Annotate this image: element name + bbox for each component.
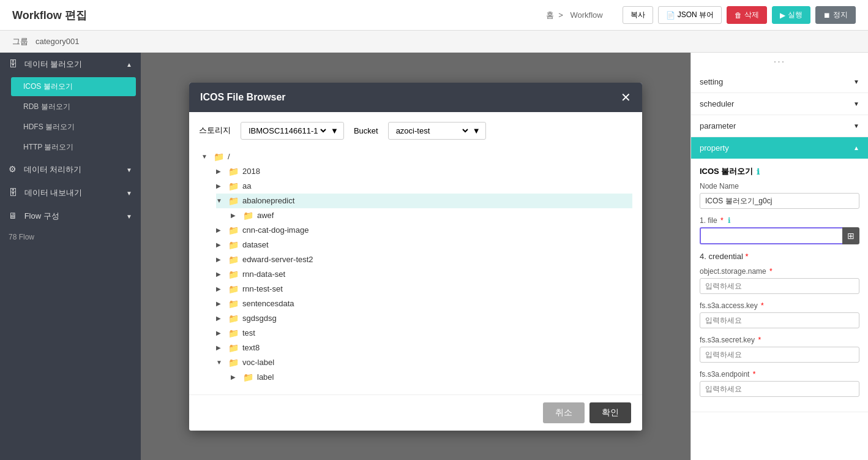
node-name-input[interactable]: [700, 193, 859, 209]
credential-required: *: [745, 252, 748, 261]
sidebar-item-hdfs-load[interactable]: HDFS 불러오기: [11, 118, 136, 137]
tree-item-root[interactable]: ▼ 📁 /: [201, 149, 632, 164]
tree-item-edward[interactable]: ▶ 📁 edward-server-test2: [216, 252, 632, 267]
bucket-select-wrapper[interactable]: azoci-test ▼: [388, 122, 486, 140]
tree-arrow-sgdsgdsg: ▶: [216, 315, 225, 322]
tree-item-rnn-data[interactable]: ▶ 📁 rnn-data-set: [216, 267, 632, 282]
breadcrumb-current: Workflow: [570, 10, 602, 20]
tree-arrow-rnn-test: ▶: [216, 285, 225, 292]
flow-icon: 🖥: [9, 211, 17, 221]
sidebar: 🗄 데이터 불러오기 ▲ ICOS 불러오기 RDB 불러오기 HDFS 불러오…: [0, 53, 141, 460]
tree-name-test: test: [242, 328, 255, 337]
fs-access-group: fs.s3a.access.key *: [700, 301, 859, 328]
file-label: 1. file * ℹ: [700, 216, 859, 225]
storage-selector-row: 스토리지 IBMOSC1146611-1 ▼ Bucket azoci-test: [199, 122, 632, 140]
modal-title: ICOS File Browser: [200, 92, 286, 103]
credential-title: 4. credential *: [700, 252, 859, 261]
tree-item-aa[interactable]: ▶ 📁 aa: [216, 179, 632, 194]
tree-folder-icon-sentences: 📁: [228, 299, 239, 309]
chevron-down-icon-process: ▼: [126, 167, 132, 173]
tree-name-sgdsgdsg: sgdsgdsg: [242, 314, 277, 323]
tree-folder-icon-label: 📁: [243, 372, 253, 382]
top-header: Workflow 편집 홈 > Workflow 복사 📄 JSON 뷰어 🗑 …: [0, 0, 868, 31]
tree-item-cnn[interactable]: ▶ 📁 cnn-cat-dog-image: [216, 223, 632, 238]
flow-count-label: 78 Flow: [9, 233, 34, 241]
tree-item-rnn-test[interactable]: ▶ 📁 rnn-test-set: [216, 282, 632, 296]
sidebar-item-rdb-load[interactable]: RDB 불러오기: [11, 97, 136, 116]
file-field-group: 1. file * ℹ ⊞: [700, 216, 859, 244]
tree-folder-icon-dataset: 📁: [228, 240, 239, 250]
tree-arrow-test: ▶: [216, 330, 225, 336]
breadcrumb-home[interactable]: 홈: [546, 10, 554, 20]
tree-name-cnn: cnn-cat-dog-image: [242, 225, 309, 235]
tree-item-abalonepredict[interactable]: ▼ 📁 abalonepredict: [216, 194, 632, 208]
chevron-down-icon-flow: ▼: [126, 213, 132, 220]
file-input[interactable]: [700, 227, 842, 244]
delete-button[interactable]: 🗑 삭제: [727, 6, 767, 24]
sidebar-section-data-process[interactable]: ⚙ 데이터 처리하기 ▼: [0, 158, 141, 181]
tree-item-label[interactable]: ▶ 📁 label: [231, 370, 632, 385]
panel-section-setting-header[interactable]: setting ▼: [691, 71, 868, 92]
sidebar-section-data-load[interactable]: 🗄 데이터 불러오기 ▲: [0, 53, 141, 76]
panel-section-property: property ▲ ICOS 불러오기 ℹ Node Name 1. file…: [691, 137, 868, 412]
tree-item-2018[interactable]: ▶ 📁 2018: [216, 164, 632, 179]
json-view-button[interactable]: 📄 JSON 뷰어: [658, 6, 722, 24]
tree-item-text8[interactable]: ▶ 📁 text8: [216, 341, 632, 355]
fs-secret-input[interactable]: [700, 347, 859, 363]
workflow-canvas[interactable]: ICOS File Browser ✕ 스토리지 IBMOSC1146611-1…: [141, 53, 690, 460]
node-info-icon[interactable]: ℹ: [757, 167, 760, 176]
group-bar: 그룹 category001: [0, 31, 868, 53]
tree-item-awef[interactable]: ▶ 📁 awef: [231, 208, 632, 223]
tree-children-root: ▶ 📁 2018 ▶ 📁 aa: [201, 164, 632, 385]
panel-property-label: property: [700, 143, 729, 153]
chevron-up-icon-property: ▲: [853, 145, 859, 151]
file-browse-button[interactable]: ⊞: [842, 227, 859, 244]
panel-section-scheduler-header[interactable]: scheduler ▼: [691, 93, 868, 115]
stop-icon: ⏹: [823, 11, 831, 20]
tree-folder-icon-sgdsgdsg: 📁: [228, 314, 239, 323]
tree-arrow-root: ▼: [201, 153, 210, 160]
panel-scheduler-label: scheduler: [700, 99, 734, 108]
sidebar-item-http-load[interactable]: HTTP 불러오기: [11, 138, 136, 157]
fs-access-input[interactable]: [700, 312, 859, 328]
copy-button[interactable]: 복사: [623, 6, 653, 24]
storage-select[interactable]: IBMOSC1146611-1: [246, 123, 328, 139]
sidebar-section-data-process-label: 데이터 처리하기: [24, 165, 82, 174]
storage-select-wrapper[interactable]: IBMOSC1146611-1 ▼: [241, 122, 344, 140]
confirm-button[interactable]: 확인: [589, 402, 631, 423]
tree-arrow-sentences: ▶: [216, 300, 225, 307]
bucket-select[interactable]: azoci-test: [394, 123, 470, 139]
panel-section-parameter-header[interactable]: parameter ▼: [691, 115, 868, 137]
cancel-button[interactable]: 취소: [543, 402, 585, 423]
group-value: category001: [36, 37, 80, 46]
tree-root: ▼ 📁 / ▶ 📁 2018: [199, 149, 632, 385]
stop-button[interactable]: ⏹ 정지: [815, 6, 856, 24]
fs-secret-required: *: [758, 336, 761, 344]
fs-endpoint-label: fs.s3a.endpoint *: [700, 370, 859, 379]
storage-label: 스토리지: [199, 125, 231, 136]
panel-section-property-header[interactable]: property ▲: [691, 137, 868, 159]
breadcrumb-separator: >: [558, 10, 563, 20]
tree-item-sentences[interactable]: ▶ 📁 sentencesdata: [216, 296, 632, 311]
tree-item-test[interactable]: ▶ 📁 test: [216, 326, 632, 341]
sidebar-section-flow-config[interactable]: 🖥 Flow 구성 ▼: [0, 205, 141, 228]
sidebar-item-icos-load[interactable]: ICOS 불러오기: [11, 77, 136, 96]
modal-header: ICOS File Browser ✕: [189, 83, 642, 112]
fs-endpoint-input[interactable]: [700, 381, 859, 397]
panel-section-scheduler: scheduler ▼: [691, 93, 868, 115]
tree-arrow-rnn-data: ▶: [216, 271, 225, 277]
tree-folder-icon-abalonepredict: 📁: [228, 196, 239, 206]
tree-item-dataset[interactable]: ▶ 📁 dataset: [216, 238, 632, 252]
bucket-label: Bucket: [354, 126, 378, 135]
run-button[interactable]: ▶ 실행: [772, 6, 810, 24]
chevron-down-icon-setting: ▼: [853, 78, 859, 85]
tree-item-voc-label[interactable]: ▼ 📁 voc-label: [216, 355, 632, 370]
object-storage-label: object.storage.name *: [700, 267, 859, 276]
object-storage-input[interactable]: [700, 278, 859, 294]
file-info-icon[interactable]: ℹ: [728, 216, 731, 225]
tree-item-sgdsgdsg[interactable]: ▶ 📁 sgdsgdsg: [216, 311, 632, 326]
fs-access-label: fs.s3a.access.key *: [700, 301, 859, 310]
sidebar-section-data-export[interactable]: 🗄 데이터 내보내기 ▼: [0, 181, 141, 205]
modal-close-button[interactable]: ✕: [621, 90, 631, 105]
chevron-down-icon-scheduler: ▼: [853, 100, 859, 107]
